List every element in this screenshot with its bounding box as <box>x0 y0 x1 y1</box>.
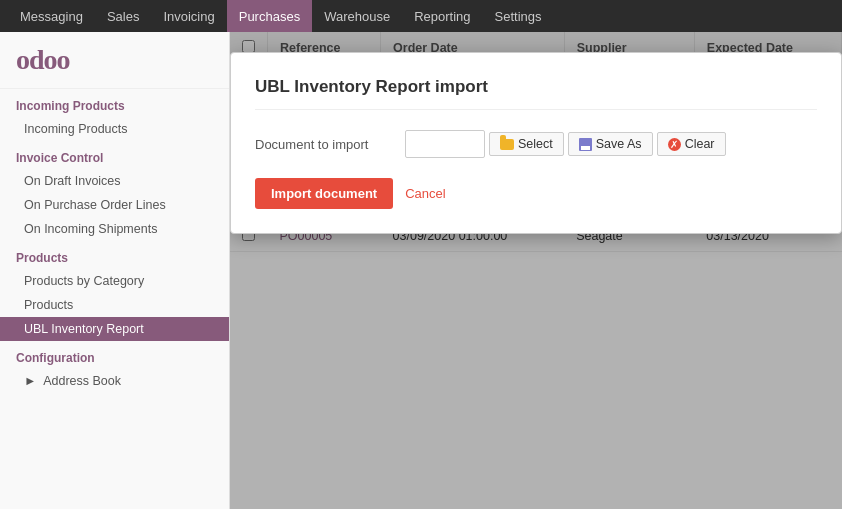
modal-title: UBL Inventory Report import <box>255 77 817 110</box>
clear-icon: ✗ <box>668 138 681 151</box>
sidebar-item-incoming-shipments[interactable]: On Incoming Shipments <box>0 217 229 241</box>
main-layout: odoo Incoming Products Incoming Products… <box>0 32 842 509</box>
sidebar-section-configuration: Configuration <box>0 341 229 369</box>
save-as-button[interactable]: Save As <box>568 132 653 156</box>
document-field-row: Document to import Select Save As ✗ <box>255 130 817 158</box>
folder-icon <box>500 139 514 150</box>
modal-backdrop: UBL Inventory Report import Document to … <box>230 32 842 509</box>
sidebar-section-incoming-products: Incoming Products <box>0 89 229 117</box>
sidebar-item-draft-invoices[interactable]: On Draft Invoices <box>0 169 229 193</box>
chevron-right-icon: ► <box>24 374 36 388</box>
nav-sales[interactable]: Sales <box>95 0 152 32</box>
sidebar-item-ubl-inventory-report[interactable]: UBL Inventory Report <box>0 317 229 341</box>
cancel-button[interactable]: Cancel <box>405 186 445 201</box>
sidebar: odoo Incoming Products Incoming Products… <box>0 32 230 509</box>
sidebar-item-purchase-order-lines[interactable]: On Purchase Order Lines <box>0 193 229 217</box>
sidebar-item-products-by-category[interactable]: Products by Category <box>0 269 229 293</box>
nav-invoicing[interactable]: Invoicing <box>151 0 226 32</box>
sidebar-section-products: Products <box>0 241 229 269</box>
nav-warehouse[interactable]: Warehouse <box>312 0 402 32</box>
document-field-controls: Select Save As ✗ Clear <box>405 130 817 158</box>
file-input-display <box>405 130 485 158</box>
nav-settings[interactable]: Settings <box>483 0 554 32</box>
content-area: Reference Order Date Supplier Expected D… <box>230 32 842 509</box>
odoo-logo: odoo <box>16 44 213 76</box>
save-as-label: Save As <box>596 137 642 151</box>
top-navigation: Messaging Sales Invoicing Purchases Ware… <box>0 0 842 32</box>
select-button[interactable]: Select <box>489 132 564 156</box>
nav-messaging[interactable]: Messaging <box>8 0 95 32</box>
clear-label: Clear <box>685 137 715 151</box>
sidebar-item-address-book[interactable]: ► Address Book <box>0 369 229 393</box>
sidebar-item-products[interactable]: Products <box>0 293 229 317</box>
save-icon <box>579 138 592 151</box>
modal-actions: Import document Cancel <box>255 178 817 209</box>
sidebar-item-incoming-products[interactable]: Incoming Products <box>0 117 229 141</box>
sidebar-section-invoice-control: Invoice Control <box>0 141 229 169</box>
clear-button[interactable]: ✗ Clear <box>657 132 726 156</box>
import-document-button[interactable]: Import document <box>255 178 393 209</box>
document-field-label: Document to import <box>255 137 405 152</box>
nav-purchases[interactable]: Purchases <box>227 0 312 32</box>
logo-area: odoo <box>0 32 229 89</box>
import-modal: UBL Inventory Report import Document to … <box>230 52 842 234</box>
select-label: Select <box>518 137 553 151</box>
nav-reporting[interactable]: Reporting <box>402 0 482 32</box>
